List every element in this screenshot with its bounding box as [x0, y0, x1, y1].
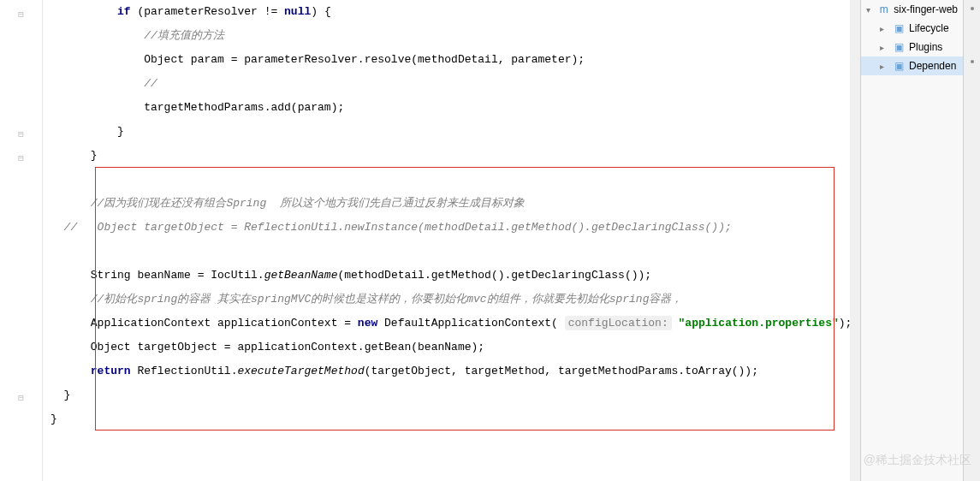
code-line[interactable]: Object targetObject = applicationContext… — [50, 336, 853, 359]
code-line[interactable]: // — [50, 72, 853, 96]
code-line[interactable]: targetMethodParams.add(param); — [50, 96, 853, 120]
code-line[interactable]: //因为我们现在还没有组合Spring 所以这个地方我们先自己通过反射来生成目标… — [50, 192, 853, 216]
scrollbar[interactable] — [850, 0, 860, 481]
code-line[interactable]: //初始化spring的容器 其实在springMVC的时候也是这样的，你要初始… — [50, 288, 853, 312]
marker-icon[interactable] — [971, 7, 974, 10]
sidebar-item-label: Plugins — [909, 41, 942, 53]
code-line[interactable]: //填充值的方法 — [50, 24, 853, 48]
chevron-down-icon: ▾ — [866, 5, 874, 15]
code-line[interactable]: String beanName = IocUtil.getBeanName(me… — [50, 264, 853, 288]
sidebar-item-label: Lifecycle — [909, 22, 949, 34]
project-sidebar: ▾ m six-finger-web ▸▣Lifecycle▸▣Plugins▸… — [860, 0, 963, 481]
fold-marker[interactable] — [0, 145, 42, 169]
code-line[interactable]: } — [50, 383, 853, 407]
code-line[interactable]: } — [50, 144, 853, 168]
chevron-right-icon: ▸ — [880, 43, 888, 52]
chevron-right-icon: ▸ — [880, 24, 888, 33]
fold-marker[interactable] — [0, 2, 42, 26]
right-tool-strip — [963, 0, 980, 481]
project-name: six-finger-web — [894, 3, 958, 15]
code-line[interactable]: Object param = parameterResolver.resolve… — [50, 48, 853, 72]
code-line[interactable]: // Object targetObject = ReflectionUtil.… — [50, 216, 853, 240]
folder-icon: ▣ — [892, 40, 906, 54]
sidebar-item[interactable]: ▸▣Dependen — [861, 56, 963, 75]
code-line[interactable] — [50, 240, 853, 264]
sidebar-item[interactable]: ▸▣Lifecycle — [861, 19, 963, 38]
chevron-right-icon: ▸ — [880, 62, 888, 71]
code-line[interactable] — [50, 168, 853, 192]
code-editor[interactable]: if (parameterResolver != null) { //填充值的方… — [43, 0, 860, 481]
code-line[interactable]: } — [50, 407, 853, 431]
sidebar-item[interactable]: ▸▣Plugins — [861, 38, 963, 56]
fold-marker[interactable] — [0, 385, 42, 409]
maven-icon: m — [877, 3, 890, 16]
gutter — [0, 0, 43, 481]
code-line[interactable]: ApplicationContext applicationContext = … — [50, 312, 853, 336]
sidebar-item-label: Dependen — [909, 60, 956, 72]
code-line[interactable]: if (parameterResolver != null) { — [50, 0, 853, 24]
code-line[interactable]: } — [50, 120, 853, 144]
fold-marker[interactable] — [0, 122, 42, 145]
code-line[interactable]: return ReflectionUtil.executeTargetMetho… — [50, 359, 853, 383]
project-root[interactable]: ▾ m six-finger-web — [861, 0, 963, 19]
folder-icon: ▣ — [892, 21, 906, 35]
folder-icon: ▣ — [892, 59, 906, 73]
marker-icon[interactable] — [971, 60, 974, 63]
